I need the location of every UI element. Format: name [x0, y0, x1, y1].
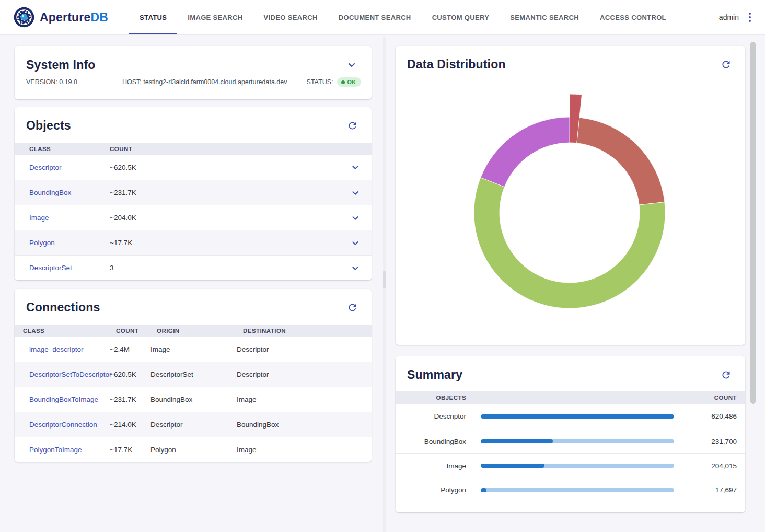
- object-class-link[interactable]: Descriptor: [15, 164, 110, 171]
- refresh-icon: [347, 302, 358, 313]
- summary-count: 620,486: [674, 412, 745, 420]
- connection-class-link[interactable]: DescriptorSetToDescriptor: [15, 371, 110, 378]
- left-column: System Info VERSION: 0.19.0 HOST: testin…: [15, 46, 372, 462]
- object-class-link[interactable]: Polygon: [15, 239, 110, 247]
- connection-class-link[interactable]: BoundingBoxToImage: [15, 396, 110, 403]
- tab-document-search[interactable]: DOCUMENT SEARCH: [328, 0, 422, 34]
- tab-status[interactable]: STATUS: [129, 0, 177, 34]
- connection-destination: Image: [237, 446, 372, 454]
- connection-origin: Polygon: [150, 446, 237, 454]
- summary-bar-track: [481, 464, 674, 468]
- donut-segment-boundingbox[interactable]: [577, 118, 665, 205]
- connection-count: ~214.0K: [110, 421, 150, 429]
- summary-count: 231,700: [674, 437, 745, 445]
- brand-name-primary: Aperture: [40, 10, 90, 24]
- objects-table-row: Image~204.0K: [15, 205, 372, 230]
- refresh-icon: [347, 120, 358, 131]
- chevron-down-icon: [350, 161, 361, 173]
- chevron-down-icon: [345, 59, 358, 71]
- connection-class-link[interactable]: PolygonToImage: [15, 446, 110, 454]
- connections-col-count: COUNT: [116, 328, 157, 334]
- object-class-link[interactable]: Image: [15, 214, 110, 222]
- connection-destination: BoundingBox: [237, 421, 372, 429]
- object-expand-button[interactable]: [349, 211, 362, 225]
- chevron-down-icon: [350, 212, 361, 224]
- connection-class-link[interactable]: DescriptorConnection: [15, 421, 110, 429]
- object-class-link[interactable]: BoundingBox: [15, 189, 110, 196]
- connection-count: ~17.7K: [110, 446, 150, 454]
- topbar-right: admin: [719, 0, 754, 34]
- summary-table-row: Descriptor620,486: [396, 404, 745, 429]
- connections-table-row: DescriptorConnection~214.0KDescriptorBou…: [15, 412, 372, 437]
- data-distribution-donut-chart: [396, 46, 745, 345]
- objects-card: Objects CLASS COUNT Descriptor~620.5KBou…: [15, 107, 372, 280]
- page: ApertureDB STATUSIMAGE SEARCHVIDEO SEARC…: [0, 0, 765, 532]
- object-expand-button[interactable]: [349, 261, 362, 275]
- object-count: 3: [110, 264, 172, 272]
- summary-table-body: Descriptor620,486BoundingBox231,700Image…: [396, 404, 745, 502]
- objects-table-row: Polygon~17.7K: [15, 230, 372, 255]
- summary-table-row: Image204,015: [396, 453, 745, 478]
- connections-refresh-button[interactable]: [346, 301, 359, 314]
- summary-col-count: COUNT: [466, 395, 745, 401]
- connection-destination: Descriptor: [237, 345, 372, 353]
- connection-origin: BoundingBox: [150, 396, 237, 403]
- tab-video-search[interactable]: VIDEO SEARCH: [253, 0, 328, 34]
- objects-table-row: Descriptor~620.5K: [15, 155, 372, 180]
- connections-table-body: image_descriptor~2.4MImageDescriptorDesc…: [15, 337, 372, 462]
- system-info-collapse-button[interactable]: [344, 57, 359, 72]
- connection-origin: Descriptor: [150, 421, 237, 429]
- summary-bar-fill: [481, 414, 674, 419]
- donut-segment-image[interactable]: [481, 117, 570, 187]
- tab-access-control[interactable]: ACCESS CONTROL: [589, 0, 677, 34]
- brand-name-secondary: DB: [90, 10, 108, 24]
- status-badge: OK: [337, 77, 362, 87]
- brand: ApertureDB: [14, 0, 108, 34]
- connection-count: ~620.5K: [110, 371, 150, 378]
- refresh-icon: [721, 59, 732, 70]
- object-class-link[interactable]: DescriptorSet: [15, 264, 110, 272]
- tab-image-search[interactable]: IMAGE SEARCH: [177, 0, 253, 34]
- object-count: ~204.0K: [110, 214, 172, 222]
- host-label: HOST:: [122, 78, 142, 86]
- chevron-down-icon: [350, 262, 361, 274]
- objects-table-row: BoundingBox~231.7K: [15, 180, 372, 205]
- tab-semantic-search[interactable]: SEMANTIC SEARCH: [500, 0, 589, 34]
- connections-table-row: PolygonToImage~17.7KPolygonImage: [15, 437, 372, 462]
- tab-custom-query[interactable]: CUSTOM QUERY: [422, 0, 500, 34]
- version-value: 0.19.0: [59, 78, 77, 86]
- data-distribution-title: Data Distribution: [407, 57, 506, 72]
- nav-tabs: STATUSIMAGE SEARCHVIDEO SEARCHDOCUMENT S…: [129, 0, 677, 34]
- summary-bar-track: [481, 439, 674, 443]
- objects-refresh-button[interactable]: [346, 119, 359, 132]
- user-menu[interactable]: admin: [719, 13, 739, 21]
- objects-table-header: CLASS COUNT: [15, 143, 372, 155]
- summary-refresh-button[interactable]: [720, 368, 733, 381]
- page-scrollbar-thumb[interactable]: [750, 42, 756, 404]
- summary-object-label: Polygon: [396, 486, 466, 494]
- summary-bar-fill: [481, 439, 553, 443]
- summary-bar-fill: [481, 464, 544, 468]
- data-distribution-refresh-button[interactable]: [720, 58, 733, 71]
- connection-class-link[interactable]: image_descriptor: [15, 345, 110, 353]
- system-info-row: VERSION: 0.19.0 HOST: testing2-rl3aicld.…: [15, 77, 372, 87]
- objects-col-count: COUNT: [110, 146, 172, 152]
- left-column-scrollbar-thumb[interactable]: [383, 271, 386, 288]
- connection-destination: Image: [237, 396, 372, 403]
- summary-table-header: OBJECTS COUNT: [396, 391, 745, 404]
- objects-col-class: CLASS: [15, 146, 110, 152]
- object-expand-button[interactable]: [349, 236, 362, 250]
- host-field: HOST: testing2-rl3aicld.farm0004.cloud.a…: [122, 78, 307, 86]
- data-distribution-card: Data Distribution: [396, 46, 745, 345]
- kebab-menu-icon[interactable]: [746, 9, 754, 25]
- connections-title: Connections: [26, 300, 100, 315]
- object-expand-button[interactable]: [349, 186, 362, 200]
- system-info-title: System Info: [26, 58, 96, 72]
- connection-origin: Image: [150, 345, 237, 353]
- connections-table-header: CLASS COUNT ORIGIN DESTINATION: [15, 325, 372, 337]
- donut-segment-descriptor[interactable]: [474, 178, 665, 308]
- summary-object-label: Descriptor: [396, 412, 466, 420]
- objects-title: Objects: [26, 119, 71, 133]
- chevron-down-icon: [350, 237, 361, 249]
- object-expand-button[interactable]: [349, 160, 362, 174]
